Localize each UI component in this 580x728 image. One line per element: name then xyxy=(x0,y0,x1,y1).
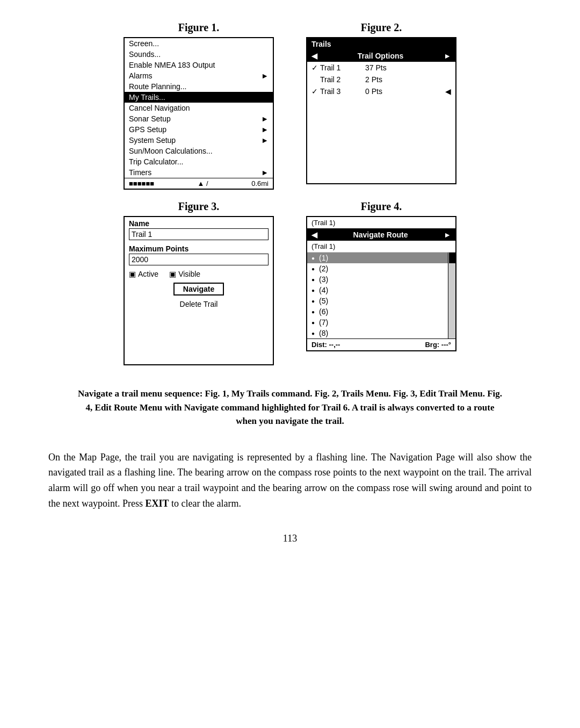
fig1-item-nmea-text: Enable NMEA 183 Output xyxy=(129,61,215,69)
fig3-name-label: Name xyxy=(129,219,269,228)
fig4-content: ● (1) ● (2) ● (3) ● (4) xyxy=(307,253,455,338)
arrow-right-system-icon: ► xyxy=(261,136,269,145)
fig3-maxpts-label-row: Maximum Points 2000 xyxy=(125,242,273,268)
fig4-item-4[interactable]: ● (4) xyxy=(307,285,448,295)
fig4-footer-dist: Dist: --,-- xyxy=(311,341,340,349)
fig3-active-check[interactable]: ▣ Active xyxy=(129,270,158,278)
navigate-button[interactable]: Navigate xyxy=(173,283,224,295)
fig1-bottom-left: ■■■■■■ xyxy=(129,179,154,188)
body-text-before: On the Map Page, the trail you are navig… xyxy=(48,452,532,509)
fig4-item4-label: (4) xyxy=(319,286,328,294)
fig4-item3-label: (3) xyxy=(319,275,328,284)
fig1-item-trip[interactable]: Trip Calculator... xyxy=(125,156,273,167)
fig4-item-7[interactable]: ● (7) xyxy=(307,317,448,328)
arrow-right-gps-icon: ► xyxy=(261,125,269,134)
fig4-header: (Trail 1) xyxy=(307,217,455,229)
fig1-item-sounds-text: Sounds... xyxy=(129,50,161,59)
fig1-item-nmea[interactable]: Enable NMEA 183 Output xyxy=(125,60,273,70)
arrow-right-sonar-icon: ► xyxy=(261,114,269,123)
fig4-box: (Trail 1) ◀ Navigate Route ► (Trail 1) ●… xyxy=(306,216,456,351)
fig2-trail1-name: Trail 1 xyxy=(320,63,340,72)
bullet7-icon: ● xyxy=(311,320,315,326)
fig4-item5-label: (5) xyxy=(319,297,328,305)
fig1-bottom-dist: 0.6mi xyxy=(251,179,269,188)
fig1-item-timers[interactable]: Timers ► xyxy=(125,167,273,178)
fig4-nav-row[interactable]: ◀ Navigate Route ► xyxy=(307,229,455,241)
fig4-item-8[interactable]: ● (8) xyxy=(307,328,448,338)
fig1-item-sonar[interactable]: Sonar Setup ► xyxy=(125,113,273,124)
fig4-list: ● (1) ● (2) ● (3) ● (4) xyxy=(307,253,448,338)
fig4-footer-brg: Brg: ---° xyxy=(425,341,451,349)
fig3-active-label: Active xyxy=(138,270,158,278)
fig1-item-mytrails[interactable]: My Trails... xyxy=(125,92,273,103)
bullet6-icon: ● xyxy=(311,309,315,315)
fig1-item-sonar-text: Sonar Setup xyxy=(129,114,171,123)
bullet4-icon: ● xyxy=(311,287,315,293)
scrollbar-thumb xyxy=(449,253,455,263)
fig1-bottom: ■■■■■■ ▲ / 0.6mi xyxy=(125,178,273,189)
fig3-delete-label[interactable]: Delete Trail xyxy=(180,300,218,308)
fig1-item-sunmoon-text: Sun/Moon Calculations... xyxy=(129,147,213,155)
arrow-right-icon: ► xyxy=(261,71,269,80)
fig2-header: Trails xyxy=(307,38,455,50)
fig1-item-trip-text: Trip Calculator... xyxy=(129,157,183,166)
fig4-item-5[interactable]: ● (5) xyxy=(307,295,448,306)
fig3-visible-check[interactable]: ▣ Visible xyxy=(169,270,200,278)
fig2-trail3[interactable]: ✓ Trail 3 0 Pts ◀ xyxy=(307,85,455,97)
fig1-item-cancel-text: Cancel Navigation xyxy=(129,104,190,112)
fig1-item-alarms[interactable]: Alarms ► xyxy=(125,70,273,81)
fig4-item-6[interactable]: ● (6) xyxy=(307,306,448,317)
fig4-footer: Dist: --,-- Brg: ---° xyxy=(307,338,455,350)
fig3-name-value[interactable]: Trail 1 xyxy=(129,228,269,240)
trail3-arrow-icon: ◀ xyxy=(445,87,451,96)
fig4-scrollbar[interactable] xyxy=(448,253,455,338)
fig4-item-2[interactable]: ● (2) xyxy=(307,263,448,274)
fig1-bottom-symbol: ▲ / xyxy=(198,179,208,188)
fig3-visible-label: Visible xyxy=(178,270,200,278)
bullet1-icon: ● xyxy=(311,255,315,261)
caption-text: Navigate a trail menu sequence: Fig. 1, … xyxy=(78,388,502,426)
fig4-item-1[interactable]: ● (1) xyxy=(307,253,448,263)
fig1-item-route-text: Route Planning... xyxy=(129,82,186,91)
fig2-trail3-pts: 0 Pts xyxy=(354,87,445,96)
fig4-subheader: (Trail 1) xyxy=(307,241,455,253)
fig1-item-screen[interactable]: Screen... xyxy=(125,38,273,49)
page-number: 113 xyxy=(283,533,297,544)
fig2-trail-options[interactable]: ◀ Trail Options ► xyxy=(307,50,455,62)
fig3-maxpts-value[interactable]: 2000 xyxy=(129,254,269,265)
fig4-item8-label: (8) xyxy=(319,329,328,337)
fig2-box: Trails ◀ Trail Options ► ✓ Trail 1 37 Pt… xyxy=(306,37,456,184)
fig4-item7-label: (7) xyxy=(319,318,328,327)
bullet2-icon: ● xyxy=(311,266,315,272)
fig2-trail1[interactable]: ✓ Trail 1 37 Pts xyxy=(307,62,455,74)
fig1-item-gps[interactable]: GPS Setup ► xyxy=(125,124,273,135)
fig2-trail3-name: Trail 3 xyxy=(320,87,340,96)
fig1-item-system-text: System Setup xyxy=(129,136,176,145)
fig1-item-sounds[interactable]: Sounds... xyxy=(125,49,273,60)
check3-icon: ✓ xyxy=(311,87,318,96)
body-text-after: to clear the alarm. xyxy=(169,498,241,509)
fig2-trail1-pts: 37 Pts xyxy=(354,63,451,72)
arrow-left-icon: ◀ xyxy=(311,52,317,60)
bullet8-icon: ● xyxy=(311,330,315,336)
nav-arrow-right-icon: ► xyxy=(444,230,451,239)
fig3-checkrow: ▣ Active ▣ Visible xyxy=(125,268,273,280)
fig1-item-screen-text: Screen... xyxy=(129,39,159,48)
fig1-item-sunmoon[interactable]: Sun/Moon Calculations... xyxy=(125,146,273,156)
fig1-item-mytrails-text: My Trails... xyxy=(129,93,165,102)
active-checkbox-icon: ▣ xyxy=(129,270,136,278)
fig1-item-cancel[interactable]: Cancel Navigation xyxy=(125,103,273,113)
fig3-maxpts-label: Maximum Points xyxy=(129,244,269,253)
fig4-label: Figure 4. xyxy=(361,200,402,213)
fig1-item-gps-text: GPS Setup xyxy=(129,125,166,134)
arrow-right-timers-icon: ► xyxy=(261,168,269,177)
fig1-item-system[interactable]: System Setup ► xyxy=(125,135,273,146)
fig2-trail2[interactable]: Trail 2 2 Pts xyxy=(307,74,455,85)
arrow-right-trail-options-icon: ► xyxy=(444,52,451,60)
fig4-item-3[interactable]: ● (3) xyxy=(307,274,448,285)
fig1-item-route[interactable]: Route Planning... xyxy=(125,81,273,92)
fig1-item-alarms-text: Alarms xyxy=(129,71,153,80)
check1-icon: ✓ xyxy=(311,63,318,72)
body-text-bold: EXIT xyxy=(145,498,169,509)
fig4-nav-label: Navigate Route xyxy=(353,230,408,239)
